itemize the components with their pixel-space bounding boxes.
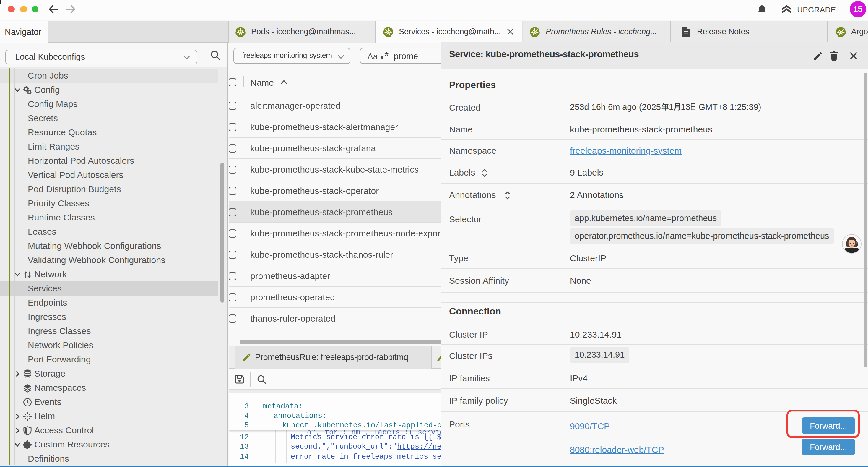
svg-text:HELM: HELM [24,415,31,418]
